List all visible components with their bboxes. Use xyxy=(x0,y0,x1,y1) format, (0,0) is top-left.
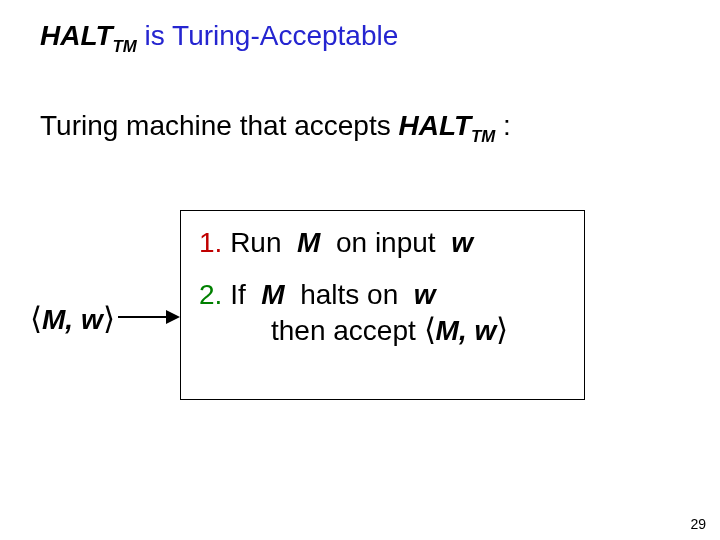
subtitle-prefix: Turing machine that accepts xyxy=(40,110,398,141)
step-2-number: 2. xyxy=(199,279,222,310)
halt-text: HALT xyxy=(40,20,113,51)
step-2-m: M xyxy=(261,279,284,310)
step-2-line-1: 2. If M halts on w xyxy=(199,279,566,311)
angle-open-2: ⟨ xyxy=(424,313,436,347)
step-1-m: M xyxy=(297,227,320,258)
tm-subscript-2: TM xyxy=(471,127,495,146)
title-rest: is Turing-Acceptable xyxy=(137,20,398,51)
step-1-run: Run xyxy=(222,227,289,258)
angle-open: ⟨ xyxy=(30,302,42,336)
halt-tm-inline: HALTTM xyxy=(398,110,495,141)
step-2-tuple-m: M xyxy=(436,315,459,346)
slide: HALTTM is Turing-Acceptable Turing machi… xyxy=(0,0,720,540)
tuple-m: M xyxy=(42,304,65,335)
tuple-w: w xyxy=(81,304,103,335)
title-line: HALTTM is Turing-Acceptable xyxy=(40,20,680,57)
step-1: 1. Run M on input w xyxy=(199,227,566,259)
step-2-tuple: ⟨M, w⟩ xyxy=(424,315,509,346)
step-1-w: w xyxy=(451,227,473,258)
step-1-oninput: on input xyxy=(328,227,443,258)
step-2-tuple-comma: , xyxy=(459,315,475,346)
tm-subscript: TM xyxy=(113,37,137,56)
step-2-w: w xyxy=(414,279,436,310)
step-2-line-2: then accept ⟨M, w⟩ xyxy=(271,311,566,348)
subtitle-suffix: : xyxy=(495,110,511,141)
step-2: 2. If M halts on w then accept ⟨M, w⟩ xyxy=(199,279,566,348)
angle-close-2: ⟩ xyxy=(496,313,508,347)
step-2-haltson: halts on xyxy=(292,279,406,310)
step-2-if: If xyxy=(222,279,253,310)
tuple-comma: , xyxy=(65,304,81,335)
algorithm-box: 1. Run M on input w 2. If M halts on w t… xyxy=(180,210,585,400)
subtitle-line: Turing machine that accepts HALTTM : xyxy=(40,110,700,147)
angle-close: ⟩ xyxy=(103,302,115,336)
step-2-thenaccept: then accept xyxy=(271,315,424,346)
halt-tm-title: HALTTM xyxy=(40,20,137,51)
arrow-icon xyxy=(118,316,178,318)
halt-text-2: HALT xyxy=(398,110,471,141)
input-tuple: ⟨M, w⟩ xyxy=(30,300,115,337)
page-number: 29 xyxy=(690,516,706,532)
tuple-expr: ⟨M, w⟩ xyxy=(30,304,115,335)
step-1-number: 1. xyxy=(199,227,222,258)
step-2-tuple-w: w xyxy=(474,315,496,346)
